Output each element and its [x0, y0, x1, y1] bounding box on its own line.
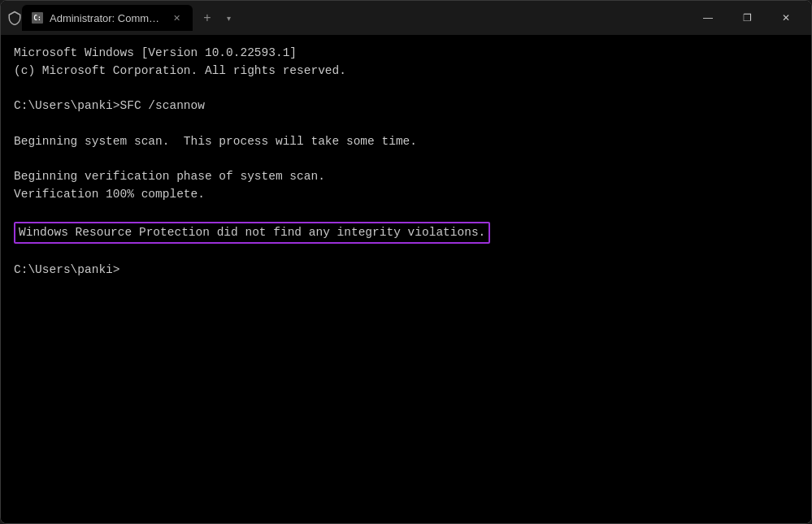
terminal-empty-line — [14, 115, 798, 133]
terminal-body[interactable]: Microsoft Windows [Version 10.0.22593.1]… — [1, 35, 811, 523]
terminal-line: Windows Resource Protection did not find… — [14, 222, 798, 245]
terminal-empty-line — [14, 151, 798, 169]
tab-close-button[interactable]: ✕ — [170, 11, 183, 24]
shield-icon — [7, 11, 22, 25]
terminal-line: C:\Users\panki> — [14, 262, 798, 279]
active-tab[interactable]: C: Administrator: Command Prom ✕ — [22, 5, 193, 31]
terminal-empty-line — [14, 204, 798, 222]
minimize-button[interactable]: — — [689, 5, 727, 31]
terminal-line: (c) Microsoft Corporation. All rights re… — [14, 63, 798, 80]
maximize-button[interactable]: ❐ — [728, 5, 766, 31]
new-tab-button[interactable]: + — [196, 6, 219, 29]
terminal-line: Beginning system scan. This process will… — [14, 133, 798, 151]
terminal-line: Verification 100% complete. — [14, 186, 798, 204]
terminal-line: Beginning verification phase of system s… — [14, 168, 798, 186]
tab-area: C: Administrator: Command Prom ✕ + ▾ — [22, 5, 689, 31]
terminal-line: Microsoft Windows [Version 10.0.22593.1] — [14, 45, 798, 63]
titlebar: C: Administrator: Command Prom ✕ + ▾ — ❐… — [1, 1, 811, 35]
terminal-empty-line — [14, 80, 798, 98]
cmd-icon: C: — [32, 12, 43, 24]
tab-dropdown-button[interactable]: ▾ — [219, 8, 238, 28]
close-button[interactable]: ✕ — [767, 5, 805, 31]
titlebar-left — [7, 11, 22, 25]
tab-label: Administrator: Command Prom — [50, 12, 163, 24]
terminal-window: C: Administrator: Command Prom ✕ + ▾ — ❐… — [0, 0, 812, 524]
window-controls: — ❐ ✕ — [689, 5, 805, 31]
highlighted-output-line: Windows Resource Protection did not find… — [14, 222, 490, 245]
terminal-empty-line — [14, 244, 798, 262]
terminal-line: C:\Users\panki>SFC /scannow — [14, 97, 798, 115]
